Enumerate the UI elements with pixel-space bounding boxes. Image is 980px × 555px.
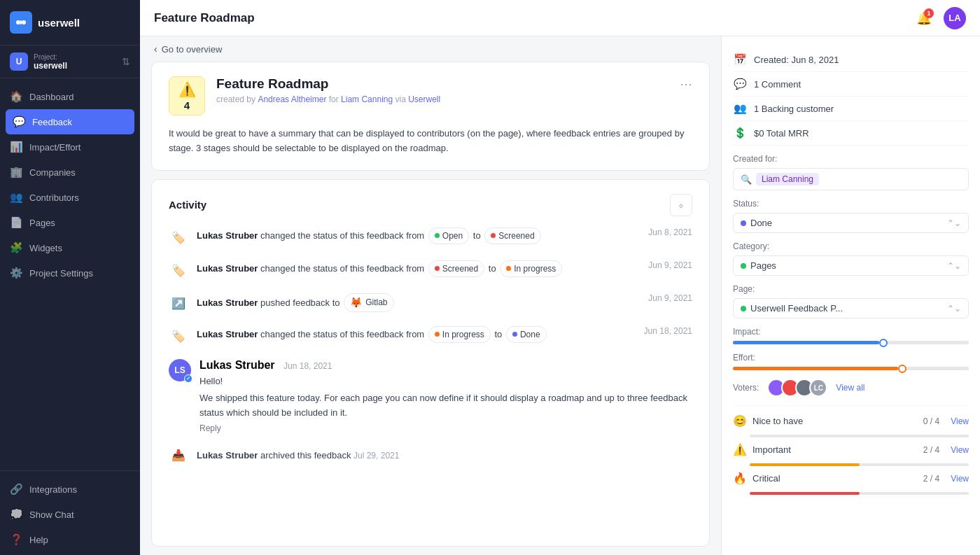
comment-header: Lukas Struber Jun 18, 2021 xyxy=(200,359,692,372)
voters-label: Voters: xyxy=(733,383,759,393)
search-icon: 🔍 xyxy=(741,174,752,185)
list-item: 🏷️ Lukas Struber changed the status of t… xyxy=(169,227,692,248)
from-status-3: In progress xyxy=(428,326,491,343)
actor-4: Lukas Struber xyxy=(197,328,258,339)
feedback-body: It would be great to have a summary that… xyxy=(169,127,692,156)
feedback-card: ⚠️ 4 Feature Roadmap created by Andreas … xyxy=(151,62,710,171)
effort-thumb[interactable] xyxy=(898,365,906,373)
vote-count: 4 xyxy=(184,99,190,111)
back-link-text: Go to overview xyxy=(162,44,223,55)
activity-text-1: Lukas Struber changed the status of this… xyxy=(197,227,640,244)
filter-button[interactable]: ⬦ xyxy=(670,194,692,216)
list-item: 🏷️ Lukas Struber changed the status of t… xyxy=(169,260,692,281)
help-icon: ❓ xyxy=(10,533,22,546)
sidebar-item-show-chat[interactable]: 💭 Show Chat xyxy=(0,502,140,527)
show-chat-icon: 💭 xyxy=(10,508,22,521)
important-bar-wrap xyxy=(750,463,969,466)
back-chevron-icon: ‹ xyxy=(154,43,158,55)
sidebar-item-dashboard[interactable]: 🏠 Dashboard xyxy=(0,84,140,109)
comment-content: We shipped this feature today. For each … xyxy=(200,391,692,421)
back-button[interactable]: ‹ Go to overview xyxy=(140,36,721,62)
effort-slider[interactable] xyxy=(733,367,969,370)
critical-bar-wrap xyxy=(750,492,969,495)
user-avatar[interactable]: LA xyxy=(944,7,966,29)
sidebar-item-contributors[interactable]: 👥 Contributors xyxy=(0,185,140,210)
archive-text: Lukas Struber archived this feedback Jul… xyxy=(197,450,399,461)
sidebar-label-dashboard: Dashboard xyxy=(29,92,74,102)
user-initials: LA xyxy=(948,13,960,23)
sidebar: userwell U Project: userwell ⇅ 🏠 Dashboa… xyxy=(0,0,140,555)
effort-field: Effort: xyxy=(733,353,969,370)
page-field: Page: Userwell Feedback P... ⌃⌄ xyxy=(733,284,969,318)
status-select[interactable]: Done ⌃⌄ xyxy=(733,213,969,233)
vote-icon: ⚠️ xyxy=(178,81,196,98)
important-icon: ⚠️ xyxy=(733,443,747,456)
from-status-2: Screened xyxy=(428,260,484,277)
voter-4[interactable]: LC xyxy=(809,379,827,397)
pages-icon: 📄 xyxy=(10,216,22,229)
commenter-initials: LS xyxy=(174,365,185,375)
sidebar-item-companies[interactable]: 🏢 Companies xyxy=(0,160,140,185)
project-selector[interactable]: U Project: userwell ⇅ xyxy=(0,45,140,78)
feedback-header: ⚠️ 4 Feature Roadmap created by Andreas … xyxy=(169,76,692,115)
page-title: Feature Roadmap xyxy=(154,11,255,25)
sidebar-item-project-settings[interactable]: ⚙️ Project Settings xyxy=(0,260,140,286)
page-select[interactable]: Userwell Feedback P... ⌃⌄ xyxy=(733,298,969,318)
impact-thumb[interactable] xyxy=(879,339,888,347)
sidebar-label-impact: Impact/Effort xyxy=(29,142,80,153)
important-score: 2 / 4 xyxy=(923,445,939,455)
nice-view-link[interactable]: View xyxy=(951,416,969,426)
view-all-link[interactable]: View all xyxy=(836,383,864,393)
sidebar-item-integrations[interactable]: 🔗 Integrations xyxy=(0,477,140,502)
tag-icon-3: 🏷️ xyxy=(169,327,188,346)
notification-button[interactable]: 🔔 1 xyxy=(913,7,935,29)
sidebar-nav: 🏠 Dashboard 💬 Feedback 📊 Impact/Effort 🏢… xyxy=(0,78,140,470)
critical-score: 2 / 4 xyxy=(923,474,939,484)
nice-icon: 😊 xyxy=(733,414,747,428)
list-item: ↗️ Lukas Struber pushed feedback to 🦊Git… xyxy=(169,293,692,314)
sidebar-item-feedback[interactable]: 💬 Feedback xyxy=(6,109,134,134)
voter-avatars: LC xyxy=(767,379,827,397)
to-status-3: Done xyxy=(506,326,547,343)
sidebar-item-help[interactable]: ❓ Help xyxy=(0,527,140,552)
sidebar-item-widgets[interactable]: 🧩 Widgets xyxy=(0,235,140,260)
category-select[interactable]: Pages ⌃⌄ xyxy=(733,255,969,276)
impact-field: Impact: xyxy=(733,327,969,344)
critical-bar xyxy=(750,492,860,495)
priority-item-important: ⚠️ Important 2 / 4 View xyxy=(733,443,969,466)
share-icon: ↗️ xyxy=(169,294,188,314)
mrr-meta: 💲 $0 Total MRR xyxy=(733,121,969,146)
svg-point-0 xyxy=(16,20,20,24)
main-area: Feature Roadmap 🔔 1 LA ‹ Go to overview xyxy=(140,0,980,555)
money-icon: 💲 xyxy=(733,127,747,139)
page-dot xyxy=(741,306,746,311)
filter-icon: ⬦ xyxy=(678,199,684,210)
status-field: Status: Done ⌃⌄ xyxy=(733,199,969,233)
sidebar-bottom: 🔗 Integrations 💭 Show Chat ❓ Help xyxy=(0,470,140,555)
archive-action: archived this feedback xyxy=(260,450,354,461)
important-view-link[interactable]: View xyxy=(951,445,969,455)
feedback-customer: Liam Canning xyxy=(341,94,393,104)
vote-box[interactable]: ⚠️ 4 xyxy=(169,76,205,115)
sidebar-item-pages[interactable]: 📄 Pages xyxy=(0,210,140,235)
more-options-button[interactable]: ⋯ xyxy=(680,76,692,92)
voters-row: Voters: LC View all xyxy=(733,379,969,406)
project-info: Project: userwell xyxy=(34,53,116,71)
dashboard-icon: 🏠 xyxy=(10,90,22,103)
sidebar-item-impact[interactable]: 📊 Impact/Effort xyxy=(0,134,140,160)
project-settings-icon: ⚙️ xyxy=(10,267,22,279)
created-for-input[interactable]: 🔍 Liam Canning xyxy=(733,168,969,190)
impact-slider[interactable] xyxy=(733,341,969,344)
sidebar-label-pages: Pages xyxy=(29,218,55,228)
reply-button[interactable]: Reply xyxy=(200,423,692,433)
priority-section: 😊 Nice to have 0 / 4 View ⚠️ Important 2… xyxy=(733,414,969,495)
project-label: Project: xyxy=(34,53,116,61)
category-field: Category: Pages ⌃⌄ xyxy=(733,241,969,276)
comment-body: Lukas Struber Jun 18, 2021 Hello! We shi… xyxy=(200,359,692,433)
activity-card: Activity ⬦ 🏷️ Lukas Struber changed the … xyxy=(151,179,710,547)
nice-name: Nice to have xyxy=(752,416,918,426)
page-chevron-icon: ⌃⌄ xyxy=(947,304,961,314)
commenter-avatar: LS ✓ xyxy=(169,359,191,381)
category-value: Pages xyxy=(750,260,776,271)
critical-view-link[interactable]: View xyxy=(951,474,969,484)
